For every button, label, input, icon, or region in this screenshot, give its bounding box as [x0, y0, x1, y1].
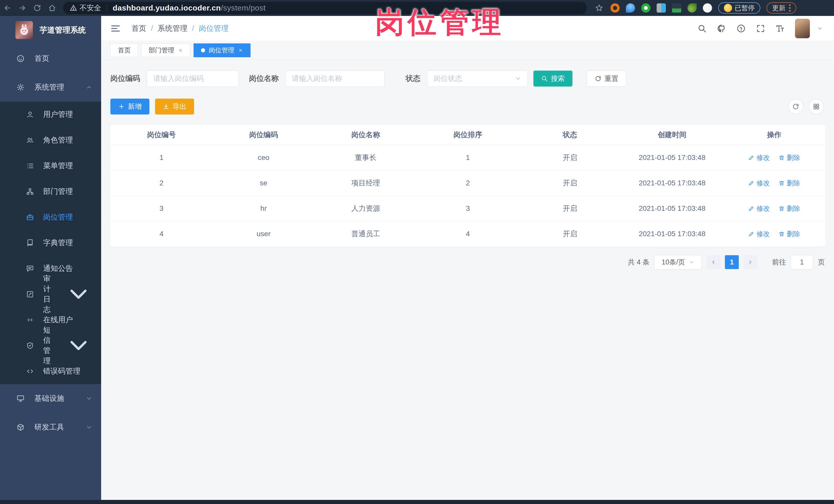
edit-icon — [748, 180, 754, 186]
delete-link[interactable]: 删除 — [778, 179, 800, 188]
extension-icon-green-check[interactable] — [641, 3, 651, 13]
sidebar-item-audit-log[interactable]: 审计日志 — [0, 281, 101, 307]
list-icon — [26, 162, 34, 170]
reset-button[interactable]: 重置 — [587, 71, 626, 87]
next-page-button[interactable] — [743, 255, 757, 269]
page-number-1[interactable]: 1 — [725, 255, 739, 269]
trash-icon — [778, 231, 785, 237]
delete-link[interactable]: 删除 — [778, 153, 800, 162]
sidebar-item-depts[interactable]: 部门管理 — [0, 179, 101, 204]
tab-post[interactable]: 岗位管理 — [194, 43, 250, 57]
breadcrumb: 首页 / 系统管理 / 岗位管理 — [131, 23, 228, 34]
extension-icon-pin[interactable] — [626, 3, 635, 13]
extension-icon-gtm[interactable] — [672, 3, 681, 13]
table-row: 3 hr 人力资源 3 开启 2021-01-05 17:03:48 修改 删除 — [110, 196, 825, 221]
sidebar-item-dict[interactable]: 字典管理 — [0, 230, 101, 256]
profile-emoji-icon — [724, 4, 732, 12]
edit-link[interactable]: 修改 — [748, 229, 770, 239]
post-code-label: 岗位编码 — [110, 73, 140, 84]
delete-link[interactable]: 删除 — [778, 204, 800, 213]
dashboard-face-icon — [17, 54, 25, 63]
sidebar-item-menus[interactable]: 菜单管理 — [0, 153, 101, 179]
tab-home[interactable]: 首页 — [110, 43, 138, 57]
post-name-input[interactable] — [285, 70, 385, 87]
grid-icon — [813, 103, 820, 110]
app-logo-row[interactable]: 芋道管理系统 — [0, 16, 101, 44]
sidebar-item-devtools[interactable]: 研发工具 — [0, 413, 101, 442]
table-header-row: 岗位编号 岗位编码 岗位名称 岗位排序 状态 创建时间 操作 — [110, 125, 825, 145]
browser-menu-icon[interactable] — [789, 4, 791, 12]
goto-label: 前往 — [772, 258, 786, 267]
sidebar-item-posts[interactable]: 岗位管理 — [0, 204, 101, 230]
status-value: 开启 — [519, 196, 621, 221]
edit-link[interactable]: 修改 — [748, 153, 770, 162]
security-warning[interactable]: 不安全 — [70, 3, 101, 13]
back-icon[interactable] — [0, 0, 15, 16]
avatar[interactable] — [795, 19, 810, 38]
extension-icon-gray-blue[interactable] — [657, 3, 666, 13]
reload-icon[interactable] — [30, 0, 45, 16]
font-size-icon[interactable] — [775, 24, 785, 33]
chevron-down-icon — [65, 332, 92, 359]
user-icon — [26, 111, 34, 118]
extension-icon-orange[interactable] — [610, 3, 620, 13]
message-icon — [26, 265, 34, 272]
bookmark-star-icon[interactable] — [594, 0, 604, 16]
page-unit-label: 页 — [818, 258, 825, 267]
column-settings-button[interactable] — [809, 99, 824, 114]
close-icon[interactable] — [178, 48, 183, 53]
address-bar[interactable]: 不安全 dashboard.yudao.iocoder.cn/system/po… — [63, 2, 587, 14]
refresh-icon — [792, 103, 799, 110]
tab-dept[interactable]: 部门管理 — [141, 43, 191, 57]
main-area: 首页 / 系统管理 / 岗位管理 首页 — [101, 16, 834, 500]
browser-update-button[interactable]: 更新 — [767, 2, 796, 14]
sidebar-item-roles[interactable]: 角色管理 — [0, 127, 101, 153]
monitor-icon — [17, 394, 25, 402]
search-button[interactable]: 搜索 — [533, 71, 572, 87]
chevron-down-icon — [65, 280, 92, 308]
extensions-puzzle-icon[interactable] — [703, 3, 712, 13]
page-size-select[interactable]: 10条/页 — [654, 255, 702, 269]
post-code-input[interactable] — [147, 70, 239, 87]
sidebar-item-infrastructure[interactable]: 基础设施 — [0, 384, 101, 413]
chevron-down-icon — [515, 75, 521, 82]
active-dot — [201, 48, 205, 52]
users-icon — [26, 136, 34, 144]
goto-page-input[interactable] — [791, 255, 813, 269]
edit-link[interactable]: 修改 — [748, 204, 770, 213]
github-icon[interactable] — [717, 24, 726, 33]
profile-paused-badge[interactable]: 已暂停 — [718, 2, 760, 14]
screen: 不安全 dashboard.yudao.iocoder.cn/system/po… — [0, 0, 834, 504]
edit-link[interactable]: 修改 — [748, 179, 770, 188]
sidebar-item-users[interactable]: 用户管理 — [0, 102, 101, 127]
export-button[interactable]: 导出 — [155, 98, 194, 114]
close-icon[interactable] — [238, 48, 243, 53]
chevron-down-icon — [689, 259, 694, 265]
delete-link[interactable]: 删除 — [778, 229, 800, 239]
tagview-bar: 首页 部门管理 岗位管理 — [101, 41, 834, 60]
prev-page-button[interactable] — [706, 255, 720, 269]
sidebar-item-system[interactable]: 系统管理 — [0, 73, 101, 102]
breadcrumb-system[interactable]: 系统管理 — [158, 23, 188, 34]
search-icon — [541, 75, 548, 82]
home-icon[interactable] — [45, 0, 60, 16]
fullscreen-icon[interactable] — [756, 24, 765, 33]
sidebar-item-error-codes[interactable]: 错误码管理 — [0, 358, 101, 384]
extension-icon-leaf[interactable] — [687, 3, 697, 13]
add-button[interactable]: 新增 — [110, 98, 149, 114]
help-icon[interactable] — [737, 24, 746, 33]
sidebar-item-sms[interactable]: 短信管理 — [0, 333, 101, 358]
search-icon[interactable] — [698, 24, 707, 33]
chevron-right-icon — [747, 259, 753, 265]
status-select[interactable]: 岗位状态 — [427, 70, 528, 87]
collapse-sidebar-icon[interactable] — [110, 23, 120, 34]
caret-down-icon[interactable] — [817, 26, 823, 31]
browser-actions: 已暂停 更新 — [594, 0, 796, 16]
book-icon — [26, 239, 34, 247]
sidebar-item-home[interactable]: 首页 — [0, 44, 101, 73]
refresh-table-button[interactable] — [788, 99, 803, 114]
forward-icon[interactable] — [15, 0, 30, 16]
trash-icon — [778, 205, 785, 212]
breadcrumb-home[interactable]: 首页 — [131, 23, 146, 34]
edit-icon — [748, 155, 754, 161]
